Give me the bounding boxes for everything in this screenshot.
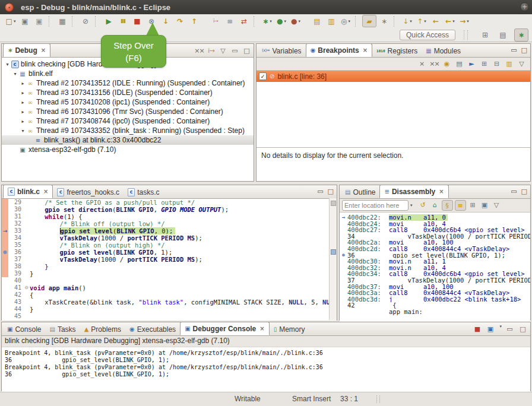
search-button[interactable]: ◎▾ — [339, 15, 352, 27]
expand-all-icon[interactable]: ⊞ — [479, 59, 489, 69]
external-tools-dropdown-icon[interactable]: ▾ — [298, 19, 300, 24]
tab-registers[interactable]: 1010Registers — [372, 45, 422, 57]
code-editor[interactable]: 29 /* Set the GPIO as a push/pull output… — [2, 199, 337, 321]
arrow-gutter-icon[interactable]: → — [340, 214, 347, 221]
forward-history-button[interactable]: →▾ — [458, 15, 471, 27]
fold-collapse-icon[interactable]: ⊖ — [23, 284, 30, 291]
show-source-icon[interactable]: § — [442, 200, 453, 211]
maximize-view-icon[interactable]: □ — [521, 188, 527, 195]
view-menu-icon[interactable]: ▽ — [218, 46, 228, 55]
previous-annotation-button[interactable]: ↑▾ — [415, 15, 428, 27]
close-tab-icon[interactable]: × — [259, 325, 264, 332]
tree-expander-icon[interactable]: ▾ — [4, 62, 11, 67]
debug-tree-item[interactable]: ▸∞Thread #3 1073413156 (IDLE) (Suspended… — [2, 88, 254, 97]
breakpoint-row[interactable]: ✓⊘blink.c [line: 36] — [256, 71, 530, 82]
next-annotation-dropdown-icon[interactable]: ▾ — [410, 19, 412, 24]
skip-all-breakpoints-button[interactable]: ⊘ — [79, 15, 92, 27]
remove-all-breakpoints-icon[interactable]: ×× — [429, 59, 439, 69]
back-history-dropdown-icon[interactable]: ▾ — [452, 19, 455, 24]
overview-marker[interactable] — [331, 201, 336, 206]
debug-launch-dropdown-icon[interactable]: ▾ — [270, 19, 272, 24]
collapse-all-icon[interactable]: ⊟ — [492, 59, 502, 69]
working-sets-icon[interactable]: ▥ — [504, 59, 514, 69]
instruction-stepping-mode-icon[interactable]: i→ — [206, 46, 216, 55]
tree-expander-icon[interactable]: ▸ — [20, 100, 26, 105]
debug-tree-item[interactable]: ▣xtensa-esp32-elf-gdb (7.10) — [2, 145, 254, 154]
run-launch-dropdown-icon[interactable]: ▾ — [284, 19, 286, 24]
bp-gutter-icon[interactable]: ● — [340, 252, 347, 259]
search-dropdown-icon[interactable]: ▾ — [348, 19, 350, 24]
next-annotation-button[interactable]: ↓▾ — [401, 15, 414, 27]
external-tools-button[interactable]: ●▾ — [289, 15, 302, 27]
resume-button[interactable]: ▶ — [102, 15, 115, 27]
new-dropdown-icon[interactable]: ▾ — [14, 19, 16, 24]
go-to-file-for-breakpoint-icon[interactable]: ▤ — [454, 59, 464, 69]
quick-access-button[interactable]: Quick Access — [400, 30, 455, 40]
tab-tasks[interactable]: ▤Tasks — [45, 323, 80, 335]
open-perspective-button[interactable]: ⊞ — [479, 29, 492, 41]
location-combo-dropdown-icon[interactable]: ▾ — [410, 203, 413, 208]
cpp-perspective-button[interactable]: ▤ — [496, 29, 509, 41]
tree-expander-icon[interactable]: ▾ — [20, 128, 26, 134]
tree-expander-icon[interactable]: ▸ — [20, 109, 26, 115]
debug-tree-item[interactable]: ≡blink_task() at blink.c:33 0x400dbc22 — [2, 135, 254, 145]
display-selected-console-dropdown-icon[interactable]: ▾ — [499, 324, 502, 334]
debug-tree-item[interactable]: ▸∞Thread #6 1073431096 (Tmr Svc) (Suspen… — [2, 107, 254, 116]
link-with-selection-icon[interactable]: ► — [467, 59, 477, 69]
minimize-icon[interactable]: ▭ — [505, 324, 515, 334]
debug-tree-item[interactable]: ▸∞Thread #7 1073408744 (ipc0) (Suspended… — [2, 116, 254, 126]
debug-tree-item[interactable]: ▾∞Thread #9 1073433352 (blink_task : Run… — [2, 126, 254, 135]
suspend-button[interactable]: ▮▮ — [116, 15, 129, 27]
maximize-view-icon[interactable]: □ — [521, 46, 527, 54]
save-button[interactable]: ▣ — [18, 15, 31, 27]
terminate-button[interactable]: ■ — [131, 15, 144, 27]
step-over-button[interactable]: ↷ — [173, 15, 186, 27]
mark-occurrences-button[interactable]: ▰ — [362, 15, 376, 27]
debug-tree-item[interactable]: ▾▦blink.elf — [2, 69, 254, 78]
debug-launch-button[interactable]: ∗▾ — [261, 15, 274, 27]
bp-gutter-icon[interactable]: ● — [2, 249, 8, 256]
tab-debugger-console[interactable]: ▣Debugger Console× — [180, 322, 270, 335]
tab-debug[interactable]: ∗Debug× — [3, 43, 50, 57]
tab-disassembly[interactable]: ≡Disassembly× — [379, 185, 448, 198]
tab-variables[interactable]: (x)=Variables — [258, 45, 306, 57]
minimize-icon[interactable]: ▭ — [230, 46, 240, 55]
tab-breakpoints[interactable]: ◉Breakpoints× — [306, 43, 372, 57]
pin-view-icon[interactable]: ▣ — [480, 200, 490, 210]
tab-tasks-c[interactable]: ctasks.c — [124, 186, 163, 198]
show-source-button[interactable]: ≡ — [223, 15, 236, 27]
location-combo-input[interactable]: Enter location here — [342, 200, 408, 211]
editor-overview-ruler[interactable] — [329, 198, 337, 320]
trace-control-button[interactable]: ⇄ — [238, 15, 251, 27]
run-launch-button[interactable]: ●▾ — [275, 15, 288, 27]
debug-tree-item[interactable]: ▸∞Thread #5 1073410208 (ipc1) (Suspended… — [2, 97, 254, 107]
tab-outline[interactable]: ▤Outline — [341, 186, 379, 198]
tab-freertos-hooks-c[interactable]: cfreertos_hooks.c — [53, 186, 124, 198]
view-menu-icon[interactable]: ▽ — [492, 200, 502, 210]
minimize-editor-icon[interactable]: ▭ — [317, 188, 323, 195]
terminate-console-icon[interactable]: ■ — [472, 324, 482, 334]
remove-selected-breakpoints-icon[interactable]: × — [417, 59, 427, 69]
last-edit-location-button[interactable]: ← — [429, 15, 442, 27]
step-into-button[interactable]: ↓ — [159, 15, 172, 27]
tab-console[interactable]: ▣Console — [3, 323, 45, 335]
window-maximize-button[interactable]: + — [520, 2, 529, 11]
view-menu-icon[interactable]: ▽ — [517, 59, 527, 69]
window-close-button[interactable]: × — [5, 3, 14, 12]
build-button[interactable]: ▦ — [56, 15, 69, 27]
go-home-icon[interactable]: ⌂ — [430, 200, 440, 210]
tree-expander-icon[interactable]: ▸ — [20, 90, 26, 96]
tab-memory[interactable]: ▯Memory — [270, 323, 309, 335]
disassembly-listing[interactable]: →400dbc22:movi.na11, 0400dbc24:movia10, … — [340, 212, 530, 322]
debug-tree-item[interactable]: ▸∞Thread #2 1073413512 (IDLE : Running) … — [2, 78, 254, 88]
tree-expander-icon[interactable]: ▾ — [12, 71, 18, 77]
close-tab-icon[interactable]: × — [43, 188, 48, 195]
console-output[interactable]: Breakpoint 4, blink_task (pvParameter=0x… — [2, 347, 530, 397]
display-selected-console-icon[interactable]: ▣ — [485, 324, 495, 334]
show-breakpoints-supported-icon[interactable]: ◉ — [442, 59, 452, 69]
previous-annotation-dropdown-icon[interactable]: ▾ — [424, 19, 426, 24]
breakpoint-checkbox[interactable]: ✓ — [259, 72, 267, 80]
open-console-button[interactable]: ▤ — [311, 15, 324, 27]
step-return-button[interactable]: ↑ — [188, 15, 201, 27]
arrow-gutter-icon[interactable]: → — [2, 227, 8, 234]
